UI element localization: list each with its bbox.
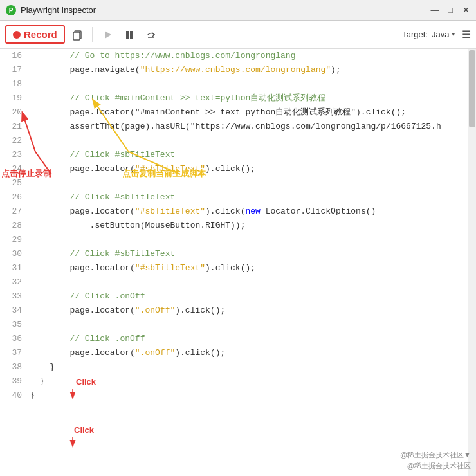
table-row: 34 page.locator(".onOff").click(); (0, 304, 468, 318)
line-code: // Go to https://www.cnblogs.com/longron… (30, 49, 468, 63)
table-row: 16 // Go to https://www.cnblogs.com/long… (0, 49, 468, 63)
line-code: // Click .onOff (30, 332, 468, 346)
table-row: 20 page.locator("#mainContent >> text=py… (0, 105, 468, 120)
line-number: 29 (0, 233, 30, 247)
line-code (30, 318, 468, 332)
table-row: 25 (0, 176, 468, 190)
table-row: 18 (0, 77, 468, 91)
toolbar-right: Target: Java ▾ ☰ (402, 28, 471, 41)
table-row: 19 // Click #mainContent >> text=python自… (0, 91, 468, 105)
line-number: 24 (0, 162, 30, 176)
svg-rect-5 (126, 31, 129, 39)
line-number: 16 (0, 49, 30, 63)
table-row: 27 page.locator("#sbTitleText").click(ne… (0, 205, 468, 219)
table-row: 32 (0, 275, 468, 289)
line-code: assertThat(page).hasURL("https://www.cnb… (30, 120, 468, 134)
line-code: page.locator(".onOff").click(); (30, 346, 468, 360)
line-number: 18 (0, 77, 30, 91)
line-code: page.locator("#sbTitleText").click(new L… (30, 205, 468, 219)
line-number: 32 (0, 275, 30, 289)
line-number: 37 (0, 346, 30, 360)
table-row: 21 assertThat(page).hasURL("https://www.… (0, 120, 468, 134)
pause-button[interactable] (120, 25, 139, 44)
line-code: } (30, 389, 468, 403)
record-dot-icon (13, 31, 21, 39)
svg-marker-4 (105, 31, 111, 39)
line-number: 26 (0, 190, 30, 205)
table-row: 33 // Click .onOff (0, 289, 468, 304)
toolbar: Record Target: Java ▾ ☰ (0, 21, 476, 49)
code-area: 16 // Go to https://www.cnblogs.com/long… (0, 49, 476, 476)
line-code: page.locator(".onOff").click(); (30, 304, 468, 318)
minimize-button[interactable]: — (430, 5, 440, 15)
line-code (30, 176, 468, 190)
step-icon (145, 29, 157, 41)
svg-rect-3 (73, 32, 80, 40)
line-code (30, 134, 468, 148)
line-code (30, 275, 468, 289)
scrollbar-thumb[interactable] (469, 50, 475, 127)
target-value: Java (432, 30, 449, 39)
code-content[interactable]: 16 // Go to https://www.cnblogs.com/long… (0, 49, 468, 476)
copy-code-button[interactable] (68, 25, 87, 44)
table-row: 30 // Click #sbTitleText (0, 247, 468, 261)
svg-text:P: P (9, 7, 14, 14)
line-number: 23 (0, 148, 30, 162)
copy-icon (71, 29, 83, 41)
table-row: 31 page.locator("#sbTitleText").click(); (0, 261, 468, 275)
pause-icon (124, 30, 134, 40)
title-bar: P Playwright Inspector — □ ✕ (0, 0, 476, 21)
line-number: 19 (0, 91, 30, 105)
line-number: 28 (0, 219, 30, 233)
chevron-down-icon: ▾ (451, 30, 455, 39)
title-bar-controls: — □ ✕ (430, 5, 471, 15)
window-title: Playwright Inspector (21, 5, 96, 15)
close-button[interactable]: ✕ (461, 5, 471, 15)
watermark: @稀土掘金技术社区▼ @稀土掘金技术社区 (400, 450, 471, 471)
watermark-line1: @稀土掘金技术社区▼ (400, 450, 471, 461)
table-row: 40} (0, 389, 468, 403)
line-number: 17 (0, 63, 30, 77)
line-code: // Click .onOff (30, 289, 468, 304)
title-bar-left: P Playwright Inspector (5, 5, 96, 16)
table-row: 29 (0, 233, 468, 247)
line-number: 39 (0, 374, 30, 389)
target-label: Target: (402, 30, 428, 39)
menu-icon[interactable]: ☰ (462, 28, 471, 41)
line-code: page.locator("#sbTitleText").click(); (30, 261, 468, 275)
watermark-line2: @稀土掘金技术社区 (400, 461, 471, 471)
line-number: 21 (0, 120, 30, 134)
line-code (30, 233, 468, 247)
line-number: 34 (0, 304, 30, 318)
line-number: 35 (0, 318, 30, 332)
table-row: 39 } (0, 374, 468, 389)
line-number: 33 (0, 289, 30, 304)
line-number: 30 (0, 247, 30, 261)
line-code (30, 77, 468, 91)
table-row: 28 .setButton(MouseButton.RIGHT)); (0, 219, 468, 233)
line-number: 27 (0, 205, 30, 219)
table-row: 36 // Click .onOff (0, 332, 468, 346)
resume-button[interactable] (98, 25, 117, 44)
table-row: 17 page.navigate("https://www.cnblogs.co… (0, 63, 468, 77)
svg-rect-6 (130, 31, 133, 39)
line-number: 36 (0, 332, 30, 346)
line-code: page.locator("#sbTitleText").click(); (30, 162, 468, 176)
scrollbar[interactable] (468, 49, 476, 476)
table-row: 38 } (0, 360, 468, 374)
line-code: // Click #sbTitleText (30, 190, 468, 205)
table-row: 37 page.locator(".onOff").click(); (0, 346, 468, 360)
line-code: } (30, 360, 468, 374)
table-row: 26 // Click #sbTitleText (0, 190, 468, 205)
table-row: 35 (0, 318, 468, 332)
line-number: 25 (0, 176, 30, 190)
record-label: Record (24, 29, 57, 40)
maximize-button[interactable]: □ (445, 5, 455, 15)
record-button[interactable]: Record (5, 25, 65, 44)
step-over-button[interactable] (142, 25, 161, 44)
line-number: 38 (0, 360, 30, 374)
line-code: page.locator("#mainContent >> text=pytho… (30, 105, 468, 120)
line-code: .setButton(MouseButton.RIGHT)); (30, 219, 468, 233)
line-code: page.navigate("https://www.cnblogs.com/l… (30, 63, 468, 77)
target-dropdown[interactable]: Java ▾ (432, 30, 455, 39)
